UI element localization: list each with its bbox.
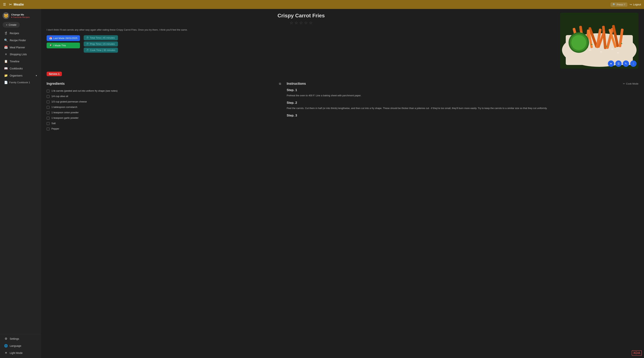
ingredient-text: 1 lb carrots (peeled and cut into unifor…	[52, 89, 118, 92]
sidebar-item-shopping-lists[interactable]: ≡ Shopping Lists	[1, 51, 40, 58]
star-5[interactable]: ☆	[309, 21, 313, 25]
instructions-list: Step. 1 Preheat the oven to 400 F. Line …	[286, 88, 638, 117]
ingredient-text: Salt	[52, 122, 56, 125]
recipe-actions: 📅 Last Made 28/01/2025 🍳 I Made This	[46, 35, 80, 48]
sidebar-item-label: Recipe Finder	[10, 39, 26, 42]
logout-button[interactable]: ↪ Logout	[630, 3, 641, 6]
logout-icon: ↪	[630, 3, 632, 6]
top-navigation: ☰ ✂ Mealie 🔍 Press '/' ↪ Logout	[0, 0, 644, 9]
recipe-finder-icon: 🔍	[4, 39, 8, 42]
sidebar-navigation: 🍴 Recipes 🔍 Recipe Finder 📅 Meal Planner…	[0, 30, 41, 334]
calendar-icon: 📅	[49, 37, 52, 40]
serves-badge: Serves 1	[46, 72, 62, 76]
recipe-times: ⏱ Total Time | 45 minutes ⏱ Prep Time | …	[84, 35, 118, 53]
book-icon: 📄	[4, 81, 8, 84]
sidebar-item-label: Timeline	[10, 60, 20, 63]
serves-section: Serves 1	[46, 72, 638, 79]
sidebar-item-settings[interactable]: ⚙ Settings	[1, 335, 40, 342]
edit-button[interactable]: ✎	[623, 61, 629, 67]
settings-icon: ⚙	[4, 337, 8, 340]
instructions-header: Instructions ✂ Cook Mode	[286, 82, 638, 86]
main-content: Crispy Carrot Fries ☆ ☆ ☆ ☆ ☆ I don't th…	[41, 9, 644, 358]
avatar[interactable]: 🐱	[2, 12, 9, 19]
timeline-icon: 📋	[4, 60, 8, 63]
sidebar-item-cookbooks[interactable]: 📖 Cookbooks	[1, 65, 40, 72]
sidebar-item-label: Language	[10, 344, 21, 347]
scissors-icon: ✂	[623, 82, 625, 85]
star-2[interactable]: ☆	[294, 21, 298, 25]
ingredient-checkbox-7[interactable]	[46, 122, 50, 125]
list-item: 1 teaspoon garlic powder	[46, 115, 281, 121]
recipe-meta-section: 📅 Last Made 28/01/2025 🍳 I Made This ⏱ T…	[46, 35, 556, 53]
scissors-icon: ✂	[9, 2, 12, 7]
list-item: 1 tablespoon cornstarch	[46, 105, 281, 110]
ingredient-checkbox-6[interactable]	[46, 117, 50, 120]
sidebar-item-label: Shopping Lists	[10, 53, 27, 56]
sidebar-item-label: Light Mode	[10, 351, 22, 354]
ingredients-title: Ingredients	[46, 82, 65, 86]
cook-mode-button[interactable]: ✂ Cook Mode	[623, 82, 638, 85]
prep-time: ⏱ Prep Time | 15 minutes	[84, 42, 118, 47]
ingredients-header: Ingredients ⧉	[46, 82, 281, 86]
recipe-description: I don't think I'll eat carrots any other…	[46, 28, 556, 32]
sidebar-item-light-mode[interactable]: ☀ Light Mode	[1, 349, 40, 356]
list-item: 1 lb carrots (peeled and cut into unifor…	[46, 88, 281, 94]
recipe-image-container: ♥ ☰ ✎ ⋮	[560, 13, 638, 69]
hamburger-icon[interactable]: ☰	[3, 3, 6, 7]
ingredient-text: 1 teaspoon onion powder	[52, 111, 79, 114]
i-made-this-button[interactable]: 🍳 I Made This	[46, 43, 80, 48]
svg-point-20	[600, 52, 602, 52]
ingredients-list: 1 lb carrots (peeled and cut into unifor…	[46, 88, 281, 132]
last-made-button[interactable]: 📅 Last Made 28/01/2025	[46, 35, 80, 41]
list-item: 1 teaspoon onion powder	[46, 110, 281, 115]
ingredient-checkbox-3[interactable]	[46, 100, 50, 103]
light-mode-icon: ☀	[4, 351, 8, 355]
clock-icon: ⏱	[86, 43, 89, 45]
svg-point-21	[611, 49, 614, 50]
sidebar-item-recipe-finder[interactable]: 🔍 Recipe Finder	[1, 37, 40, 44]
recipes-icon: 🍴	[4, 31, 8, 35]
heart-icon: ♥	[11, 16, 12, 18]
ingredient-checkbox-1[interactable]	[46, 90, 50, 93]
shopping-lists-icon: ≡	[4, 53, 8, 56]
instructions-section: Instructions ✂ Cook Mode Step. 1 Preheat…	[286, 82, 638, 132]
more-options-button[interactable]: ⋮	[630, 61, 636, 67]
ingredient-text: 1/4 cup olive oil	[52, 95, 68, 98]
sidebar-item-recipes[interactable]: 🍴 Recipes	[1, 30, 40, 37]
sidebar-item-language[interactable]: 🌐 Language	[1, 342, 40, 349]
create-button[interactable]: + Create	[2, 22, 20, 28]
ingredient-checkbox-5[interactable]	[46, 111, 50, 114]
sidebar-item-organisers[interactable]: 📁 Organisers ▾	[1, 72, 40, 79]
star-4[interactable]: ☆	[304, 21, 308, 25]
username: Change Me	[11, 13, 30, 16]
list-button[interactable]: ☰	[615, 61, 622, 67]
favourite-button[interactable]: ♥	[608, 61, 614, 67]
ingredient-text: 1 teaspoon garlic powder	[52, 116, 78, 119]
svg-point-18	[571, 35, 586, 50]
recipe-body: Ingredients ⧉ 1 lb carrots (peeled and c…	[46, 82, 638, 132]
sidebar-item-timeline[interactable]: 📋 Timeline	[1, 58, 40, 65]
create-section: + Create	[2, 22, 38, 28]
star-1[interactable]: ☆	[290, 21, 293, 25]
instructions-title: Instructions	[286, 82, 306, 86]
copy-ingredients-button[interactable]: ⧉	[279, 82, 281, 85]
ingredient-checkbox-4[interactable]	[46, 106, 50, 109]
recipe-info: Crispy Carrot Fries ☆ ☆ ☆ ☆ ☆ I don't th…	[46, 13, 556, 69]
ingredient-checkbox-8[interactable]	[46, 127, 50, 130]
search-placeholder: Press '/'	[617, 3, 625, 6]
cookbook-label: Family Cookbook 1	[9, 81, 30, 84]
plus-icon: +	[6, 23, 8, 26]
search-bar[interactable]: 🔍 Press '/'	[610, 3, 628, 7]
sidebar-item-label: Organisers	[10, 74, 22, 77]
total-time: ⏱ Total Time | 45 minutes	[84, 35, 118, 40]
sidebar-item-meal-planner[interactable]: 📅 Meal Planner	[1, 44, 40, 51]
recipe-title: Crispy Carrot Fries	[46, 13, 556, 19]
recipe-rating[interactable]: ☆ ☆ ☆ ☆ ☆	[46, 21, 556, 25]
ingredient-checkbox-2[interactable]	[46, 95, 50, 98]
sidebar-item-family-cookbook[interactable]: 📄 Family Cookbook 1	[1, 79, 40, 86]
sidebar: 🐱 Change Me ♥ Favourite Recipes + Create…	[0, 9, 41, 358]
favourites-label: ♥ Favourite Recipes	[11, 16, 30, 18]
list-item: 1/4 cup olive oil	[46, 94, 281, 99]
clock-icon: ⏱	[86, 36, 89, 39]
star-3[interactable]: ☆	[299, 21, 303, 25]
